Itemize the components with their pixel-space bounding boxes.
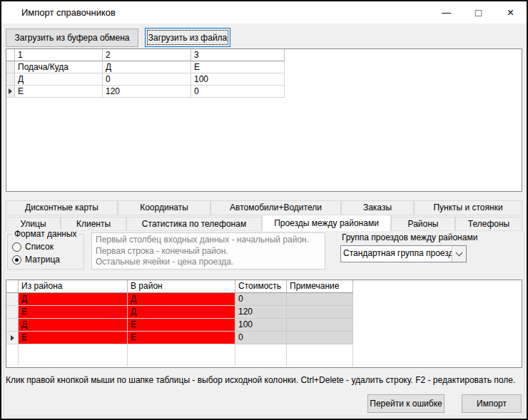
info-line: Первая строка - конечный район. — [96, 246, 321, 257]
import-button[interactable]: Импорт — [462, 394, 522, 413]
radio-list-circle-icon — [12, 242, 21, 252]
tab-orders[interactable]: Заказы — [341, 200, 414, 215]
column-header[interactable]: 1 — [15, 49, 103, 61]
combobox-dropdown-button[interactable] — [452, 246, 466, 262]
row-selector[interactable] — [6, 73, 15, 86]
radio-matrix[interactable]: Матрица — [12, 255, 60, 265]
minimize-button[interactable]: — — [430, 1, 462, 24]
grid-cell-error[interactable]: Д — [19, 319, 128, 332]
tab-district-routes-selected[interactable]: Проезды между районами — [262, 215, 391, 231]
grid-cell[interactable]: 0 — [235, 293, 287, 306]
trip-group-label: Группа проездов между районами — [342, 232, 477, 242]
data-format-groupbox: Формат данных Список Матрица — [7, 234, 84, 270]
grid-cell[interactable] — [287, 306, 353, 319]
radio-matrix-circle-icon — [12, 255, 21, 265]
tab-discount-cards[interactable]: Дисконтные карты — [6, 200, 118, 215]
title-bar: Импорт справочников — □ × — [1, 1, 527, 24]
trip-group-combobox[interactable]: Стандартная группа проездов — [340, 245, 467, 262]
tab-points-parking[interactable]: Пункты и стоянки — [414, 200, 522, 215]
empty-grid-area — [6, 344, 522, 367]
grid-cell[interactable]: Е — [191, 61, 285, 73]
groupbox-title: Формат данных — [12, 229, 79, 239]
grid-cell-error[interactable]: Д — [19, 293, 128, 306]
row-selector[interactable] — [6, 306, 19, 319]
grid-cell[interactable]: Е — [15, 86, 103, 98]
row-selector-header[interactable] — [6, 280, 19, 293]
grid-cell[interactable]: 120 — [103, 86, 191, 98]
radio-matrix-label: Матрица — [25, 255, 60, 265]
row-selector-header[interactable] — [6, 49, 15, 61]
column-header-from[interactable]: Из района — [19, 280, 128, 293]
grid-cell-error[interactable]: Е — [128, 332, 235, 344]
table-row: Е 120 0 — [6, 86, 522, 98]
load-from-file-button[interactable]: Загрузить из файла — [145, 28, 230, 47]
tab-coordinates[interactable]: Координаты — [118, 200, 210, 215]
grid-cell[interactable] — [287, 332, 353, 344]
grid-cell-error[interactable]: Д — [128, 306, 235, 319]
row-selector[interactable] — [6, 293, 19, 306]
tab-phone-stats[interactable]: Статистика по телефонам — [126, 217, 262, 231]
grid-cell-error[interactable]: Е — [128, 319, 235, 332]
close-icon: × — [507, 6, 514, 20]
grid-cell[interactable]: 100 — [235, 319, 287, 332]
load-from-clipboard-button[interactable]: Загрузить из буфера обмена — [6, 29, 138, 47]
column-header-cost[interactable]: Стоимость — [235, 280, 287, 293]
grid-cell[interactable]: 120 — [235, 306, 287, 319]
info-line: Первый столбец входных данных - начальны… — [96, 235, 321, 246]
source-data-grid: 1 2 3 Подача/Куда Д Е Д 0 100 Е 120 0 — [6, 48, 522, 192]
table-row: Д Е 100 — [6, 319, 522, 332]
radio-list-label: Список — [25, 242, 54, 252]
maximize-icon: □ — [475, 6, 482, 19]
grid-cell[interactable]: 0 — [235, 332, 287, 344]
tab-districts[interactable]: Районы — [391, 217, 455, 231]
minimize-icon: — — [442, 7, 451, 18]
grid-cell-error[interactable]: Е — [19, 332, 128, 344]
window-title: Импорт справочников — [21, 7, 116, 18]
usage-hint-text: Клик правой кнопкой мыши по шапке таблиц… — [6, 375, 515, 385]
import-dialog-window: Импорт справочников — □ × Загрузить из б… — [0, 0, 528, 420]
row-selector[interactable] — [6, 61, 15, 73]
grid-cell[interactable]: Подача/Куда — [15, 61, 103, 73]
grid-cell[interactable] — [287, 319, 353, 332]
column-header-to[interactable]: В район — [128, 280, 235, 293]
result-data-grid: Из района В район Стоимость Примечание Д… — [6, 280, 522, 368]
combobox-value: Стандартная группа проездов — [341, 246, 452, 262]
grid-cell[interactable]: Д — [103, 61, 191, 73]
column-header-note[interactable]: Примечание — [287, 280, 353, 293]
grid-cell[interactable] — [287, 293, 353, 306]
table-row: Д 0 100 — [6, 73, 522, 86]
close-button[interactable]: × — [494, 1, 527, 24]
table-row: Д Д 0 — [6, 293, 522, 306]
tab-phones[interactable]: Телефоны — [455, 217, 522, 231]
table-row: Подача/Куда Д Е — [6, 61, 522, 73]
chevron-down-icon — [456, 249, 463, 256]
format-description-textbox: Первый столбец входных данных - начальны… — [91, 232, 325, 270]
tab-cars-drivers[interactable]: Автомобили+Водители — [210, 200, 341, 215]
info-line: Остальные ячейки - цена проезда. — [96, 257, 321, 268]
table-row: Е Е 0 — [6, 332, 522, 344]
table-row: Е Д 120 — [6, 306, 522, 319]
column-header[interactable]: 2 — [103, 49, 191, 61]
current-row-indicator-icon — [9, 88, 12, 94]
current-row-indicator-icon — [11, 335, 14, 341]
row-selector[interactable] — [6, 332, 19, 344]
grid-cell-error[interactable]: Е — [19, 306, 128, 319]
grid-cell-error[interactable]: Д — [128, 293, 235, 306]
column-header[interactable]: 3 — [191, 49, 285, 61]
goto-error-button[interactable]: Перейти к ошибке — [367, 394, 445, 413]
maximize-button[interactable]: □ — [462, 1, 494, 24]
grid-cell[interactable]: Д — [15, 73, 103, 86]
radio-list[interactable]: Список — [12, 242, 54, 252]
grid-cell[interactable]: 100 — [191, 73, 285, 86]
row-selector[interactable] — [6, 86, 15, 98]
row-selector[interactable] — [6, 319, 19, 332]
grid-cell[interactable]: 0 — [103, 73, 191, 86]
grid-cell[interactable]: 0 — [191, 86, 285, 98]
